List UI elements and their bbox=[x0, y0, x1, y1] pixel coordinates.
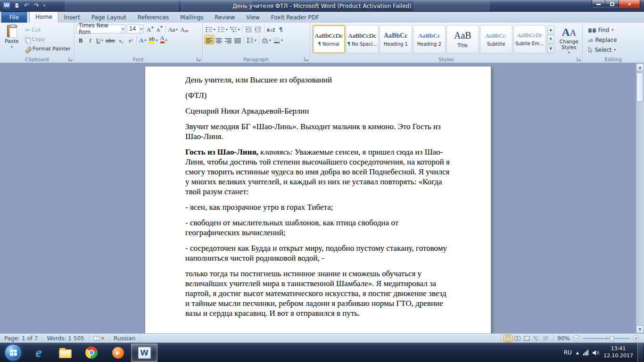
align-left-button[interactable] bbox=[205, 35, 214, 44]
paragraph-dialog-launcher[interactable] bbox=[304, 57, 309, 62]
align-right-button[interactable] bbox=[224, 35, 233, 44]
network-icon[interactable] bbox=[583, 350, 588, 355]
ribbon-tab-foxit-reader-pdf[interactable]: Foxit Reader PDF bbox=[265, 12, 325, 23]
grow-font-button[interactable]: A ▲ bbox=[146, 24, 155, 33]
subscript-button[interactable]: x₂ bbox=[116, 35, 125, 44]
zoom-level-button[interactable]: 90% bbox=[557, 335, 570, 342]
shading-button[interactable]: ▾ bbox=[261, 35, 272, 44]
maximize-button[interactable] bbox=[605, 0, 619, 9]
paragraph[interactable]: - свободен от мыслительных шаблонов, как… bbox=[185, 218, 450, 238]
decrease-indent-button[interactable] bbox=[244, 24, 253, 33]
taskbar-item-word[interactable]: W bbox=[131, 344, 157, 362]
paragraph[interactable]: (ФТЛ) bbox=[185, 90, 450, 100]
line-spacing-button[interactable]: ▾ bbox=[246, 35, 257, 44]
clear-formatting-button[interactable]: A bbox=[179, 24, 189, 33]
paragraph[interactable]: - ясен, как прозрачное утро в горах Тибе… bbox=[185, 202, 450, 212]
ribbon-tab-references[interactable]: References bbox=[132, 12, 175, 23]
zoom-in-button[interactable]: + bbox=[633, 335, 639, 341]
web-layout-view-button[interactable] bbox=[522, 335, 531, 342]
document-page[interactable]: День учителя, или Высшее из образований(… bbox=[145, 66, 491, 333]
sort-button[interactable]: A↓Z bbox=[266, 24, 276, 33]
vertical-scrollbar[interactable]: ▲ ▼ bbox=[636, 63, 644, 333]
outline-view-button[interactable] bbox=[532, 335, 541, 342]
underline-button[interactable]: U ▾ bbox=[95, 35, 104, 44]
word-count[interactable]: Words: 1 505 bbox=[42, 334, 89, 343]
multilevel-list-button[interactable]: ▾ bbox=[229, 24, 241, 33]
dropdown-arrow-icon[interactable]: ▾ bbox=[121, 25, 125, 33]
taskbar-clock[interactable]: 13:41 12.10.2017 bbox=[603, 346, 633, 360]
paste-button[interactable]: Paste ▾ bbox=[2, 24, 22, 56]
style-heading-1[interactable]: AaBbCcHeading 1 bbox=[380, 25, 412, 53]
word-app-icon[interactable]: W bbox=[2, 1, 11, 9]
font-name-combo[interactable]: Times New Rom ▾ bbox=[76, 25, 125, 33]
styles-dialog-launcher[interactable] bbox=[576, 57, 581, 62]
print-layout-view-button[interactable] bbox=[504, 335, 512, 342]
scroll-down-button[interactable]: ▼ bbox=[636, 325, 644, 333]
show-desktop-button[interactable] bbox=[637, 343, 643, 362]
bold-button[interactable]: B bbox=[76, 35, 85, 44]
zoom-slider[interactable] bbox=[583, 338, 630, 339]
scrollbar-thumb[interactable] bbox=[636, 73, 644, 102]
font-size-combo[interactable]: 14 ▾ bbox=[127, 25, 144, 33]
redo-button[interactable]: ↷ bbox=[32, 1, 41, 9]
ribbon-tab-home[interactable]: Home bbox=[29, 11, 58, 23]
format-painter-button[interactable]: Format Painter bbox=[24, 44, 72, 53]
justify-button[interactable] bbox=[233, 35, 242, 44]
cut-button[interactable]: ✂ Cut bbox=[24, 25, 72, 34]
copy-button[interactable]: Copy bbox=[24, 35, 72, 44]
strikethrough-button[interactable]: abe bbox=[105, 35, 116, 44]
save-button[interactable] bbox=[12, 1, 21, 9]
scroll-up-button[interactable]: ▲ bbox=[636, 63, 644, 71]
zoom-out-button[interactable]: − bbox=[573, 335, 579, 341]
titlebar[interactable]: W ↶ ↷ ▾ День учителя ФТЛ - Microsoft Wor… bbox=[0, 0, 644, 12]
increase-indent-button[interactable] bbox=[254, 24, 263, 33]
change-styles-button[interactable]: AA Change Styles ▾ bbox=[556, 25, 582, 55]
fullscreen-reading-view-button[interactable] bbox=[513, 335, 522, 342]
style-title[interactable]: AaBTitle bbox=[446, 25, 479, 53]
undo-button[interactable]: ↶ bbox=[22, 1, 31, 9]
language-indicator[interactable]: Russian bbox=[109, 334, 140, 343]
minimize-button[interactable] bbox=[592, 0, 605, 9]
select-button[interactable]: Select ▾ bbox=[588, 46, 642, 54]
italic-button[interactable]: I bbox=[86, 35, 95, 44]
styles-more-button[interactable]: ▼ bbox=[547, 44, 554, 53]
paragraph[interactable]: Гость из Шао-Линя, кланяясь: Уважаемые с… bbox=[185, 147, 450, 197]
paragraph[interactable]: Сценарий Ники Аркадьевой-Берлин bbox=[185, 106, 450, 116]
change-case-button[interactable]: Aa ▾ bbox=[167, 24, 179, 33]
taskbar-item-media-player[interactable]: ▶ bbox=[105, 343, 131, 362]
styles-scroll-up-button[interactable]: ▲ bbox=[547, 25, 554, 34]
dropdown-arrow-icon[interactable]: ▾ bbox=[139, 25, 143, 33]
ribbon-tab-mailings[interactable]: Mailings bbox=[174, 12, 209, 23]
paragraph[interactable]: Звучит мелодия БГ «Шао-Линь». Выходит ма… bbox=[185, 122, 450, 141]
volume-icon[interactable] bbox=[593, 350, 599, 356]
ribbon-tab-review[interactable]: Review bbox=[209, 12, 241, 23]
zoom-slider-thumb[interactable] bbox=[610, 336, 614, 341]
text-effects-button[interactable]: A ▾ bbox=[138, 35, 147, 44]
taskbar-item-chrome[interactable] bbox=[78, 343, 105, 362]
find-button[interactable]: Find ▾ bbox=[588, 26, 642, 34]
style-heading-2[interactable]: AaBbCcHeading 2 bbox=[413, 25, 446, 53]
ribbon-tab-insert[interactable]: Insert bbox=[58, 12, 86, 23]
style-subtitle[interactable]: AaBbCc.Subtitle bbox=[480, 25, 512, 53]
styles-scroll-down-button[interactable]: ▼ bbox=[547, 35, 554, 44]
show-marks-button[interactable]: ¶ bbox=[276, 24, 285, 33]
replace-button[interactable]: ab Replace bbox=[588, 36, 642, 44]
align-center-button[interactable] bbox=[215, 35, 223, 44]
style-no-spaci[interactable]: AaBbCcDc¶ No Spaci... bbox=[346, 25, 379, 53]
input-language-indicator[interactable]: RU bbox=[564, 349, 572, 356]
close-button[interactable]: ✕ bbox=[619, 0, 640, 9]
shrink-font-button[interactable]: A ▼ bbox=[155, 24, 164, 33]
draft-view-button[interactable] bbox=[541, 335, 550, 342]
page-indicator[interactable]: Page: 1 of 7 bbox=[0, 334, 42, 343]
start-button[interactable] bbox=[5, 344, 22, 361]
borders-button[interactable]: ▾ bbox=[272, 35, 284, 44]
clipboard-dialog-launcher[interactable] bbox=[68, 57, 73, 62]
bullets-button[interactable]: ▾ bbox=[205, 24, 216, 33]
paragraph[interactable]: День учителя, или Высшее из образований bbox=[185, 75, 450, 85]
superscript-button[interactable]: x² bbox=[126, 35, 135, 44]
numbering-button[interactable]: ▾ bbox=[217, 24, 229, 33]
taskbar-item-explorer[interactable] bbox=[52, 343, 78, 362]
ribbon-tab-file[interactable]: File bbox=[1, 12, 27, 23]
proofing-errors-button[interactable]: ✕ bbox=[89, 334, 109, 343]
style-subtle-em[interactable]: AaBbCcDcSubtle Em... bbox=[513, 25, 546, 53]
